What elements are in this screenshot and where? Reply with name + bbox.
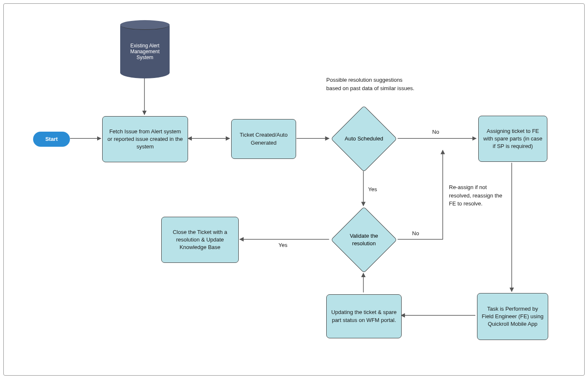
assign-node: Assigning ticket to FE with spare parts … (478, 116, 547, 162)
annotation-right: Re-assign if not resolved, reassign the … (449, 183, 503, 208)
update-node: Updating the ticket & spare part status … (326, 294, 402, 338)
label-validate-no: No (412, 230, 419, 236)
start-node: Start (33, 132, 70, 147)
label-validate-yes: Yes (279, 242, 287, 248)
assign-label: Assigning ticket to FE with spare parts … (483, 127, 543, 151)
cylinder-node: Existing Alert Management System (120, 21, 170, 78)
ticket-node: Ticket Created/Auto Generated (231, 119, 296, 159)
annotation-top: Possible resolution suggestions based on… (326, 76, 418, 92)
fetch-label: Fetch Issue from Alert system or reporte… (107, 128, 183, 151)
update-label: Updating the ticket & spare part status … (331, 309, 397, 324)
task-node: Task is Performed by Field Engineer (FE)… (477, 293, 548, 340)
ticket-label: Ticket Created/Auto Generated (236, 131, 291, 146)
fetch-node: Fetch Issue from Alert system or reporte… (102, 116, 188, 162)
close-label: Close the Ticket with a resolution & Upd… (166, 228, 234, 252)
auto-scheduled-label: Auto Scheduled (345, 135, 383, 143)
task-label: Task is Performed by Field Engineer (FE)… (482, 305, 544, 328)
validate-label: Validate the resolution (345, 232, 383, 247)
label-auto-no: No (432, 129, 439, 135)
auto-scheduled-node: Auto Scheduled (340, 115, 387, 162)
validate-node: Validate the resolution (340, 216, 387, 263)
label-auto-yes: Yes (368, 186, 377, 192)
start-label: Start (45, 135, 58, 143)
close-node: Close the Ticket with a resolution & Upd… (161, 217, 239, 263)
cylinder-label: Existing Alert Management System (124, 43, 166, 60)
diagram-canvas: Start Existing Alert Management System F… (3, 3, 585, 376)
